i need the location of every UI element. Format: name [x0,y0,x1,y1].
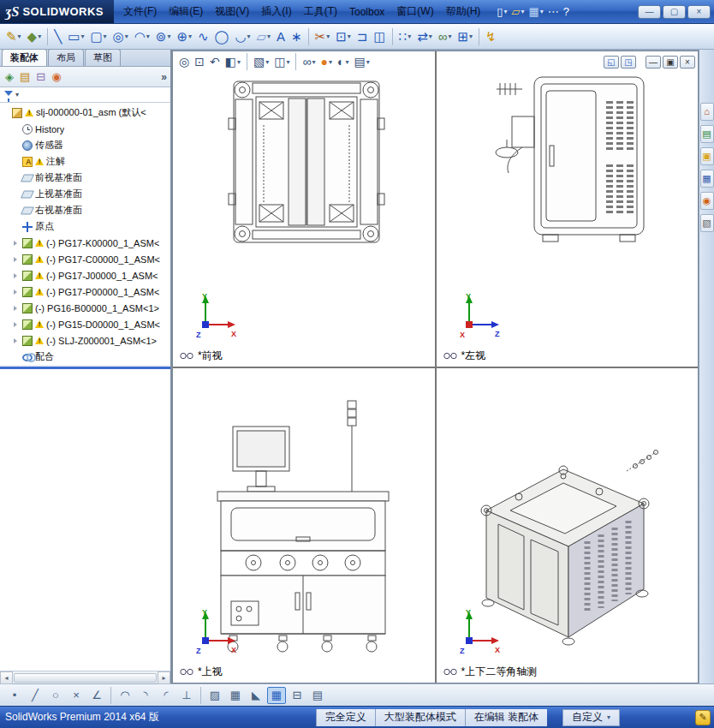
doc-restore-icon[interactable]: ▣ [663,56,678,69]
point-icon[interactable]: ∗ [289,28,305,45]
sketch-erase-icon[interactable]: × [67,687,86,704]
viewport-previous-icon[interactable]: ◱ [604,56,619,69]
linear-pattern-icon[interactable]: ∷▾ [396,28,414,45]
menu-item[interactable]: 工具(T) [298,3,343,21]
mirror-icon[interactable]: ◫ [371,28,388,45]
expand-arrow-icon[interactable] [14,322,21,327]
menu-item[interactable]: 文件(F) [117,3,163,21]
help-icon[interactable]: ? [562,5,571,18]
zoom-area-icon[interactable]: ⊡ [193,55,206,69]
expand-arrow-icon[interactable] [14,257,21,262]
spline-icon[interactable]: ∿ [195,28,211,45]
display-manager-icon[interactable]: ◉ [50,70,62,83]
sketch-circle-icon[interactable]: ○ [46,687,65,704]
menu-item[interactable]: Toolbox [343,4,390,20]
perpendicular-icon[interactable]: ⊥ [177,687,196,704]
minimize-button[interactable]: — [638,5,661,19]
tree-item[interactable]: History [0,121,170,137]
arc-tool-icon[interactable]: ◠ [116,687,134,704]
expand-arrow-icon[interactable] [14,306,21,311]
configuration-manager-icon[interactable]: ⊟ [34,70,47,83]
custom-properties-icon[interactable]: ▧ [700,214,714,232]
status-custom[interactable]: 自定义 ▾ [562,709,620,726]
rectangle-icon[interactable]: ▭▾ [65,28,86,45]
hide-show-icon[interactable]: ∞▾ [300,55,317,69]
section-view-icon[interactable]: ◧▾ [223,55,242,69]
status-cell[interactable]: 在编辑 装配体 [465,709,547,726]
table-icon[interactable]: ▤ [308,687,327,704]
tree-item[interactable]: (-) PG17-C00000_1_ASM< [0,251,170,267]
close-button[interactable]: × [687,5,711,19]
display-relations-icon[interactable]: ∞▾ [436,28,455,45]
ellipse-icon[interactable]: ◯ [212,28,232,45]
status-cell[interactable]: 大型装配体模式 [375,709,465,726]
save-icon[interactable]: ▦▾ [527,5,545,18]
tree-item[interactable]: 前视基准面 [0,170,170,186]
trim-icon[interactable]: ✂▾ [312,28,333,45]
panel-overflow-button[interactable]: » [161,71,167,83]
text-icon[interactable]: A [274,28,288,45]
offset-icon[interactable]: ⊐ [354,28,371,45]
grid-icon[interactable]: ▦ [226,687,245,704]
view-palette-icon[interactable]: ▦ [700,170,714,188]
file-explorer-icon[interactable]: ▣ [700,147,714,165]
appearances-icon[interactable]: ◉ [700,192,714,210]
spiral-icon[interactable]: ⊚▾ [153,28,174,45]
tree-item[interactable]: (-) PG15-D00000_1_ASM< [0,316,170,332]
menu-item[interactable]: 编辑(E) [163,3,209,21]
previous-view-icon[interactable]: ↶ [208,55,222,69]
viewport-four-view-icon[interactable]: ◳ [621,56,636,69]
tree-item[interactable]: 注解 [0,153,170,170]
expand-arrow-icon[interactable] [14,289,21,295]
panel-hscrollbar[interactable]: ◂ ▸ [0,671,170,683]
new-document-icon[interactable]: ▯▾ [495,5,509,18]
more-commands-icon[interactable]: ⋯ [546,5,561,18]
tree-item[interactable]: (-) PG17-P00000_1_ASM< [0,283,170,300]
arc-icon[interactable]: ◠▾ [132,28,152,45]
plane-icon[interactable]: ▱▾ [253,28,273,45]
doc-close-icon[interactable]: × [680,56,695,69]
tab-layout[interactable]: 布局 [48,49,84,66]
scroll-right-icon[interactable]: ▸ [158,671,170,684]
sketch-icon[interactable]: ✎▾ [3,28,24,45]
sketch-line-icon[interactable]: ╱ [26,687,45,704]
tree-filter[interactable]: ▾ [0,87,170,103]
maximize-button[interactable]: ▢ [663,5,686,19]
expand-arrow-icon[interactable] [14,338,21,343]
tree-item[interactable]: (-) PG16-B00000_1_ASM<1> [0,300,170,316]
status-tag-icon[interactable]: ✎ [695,710,711,725]
convert-entities-icon[interactable]: ⊡▾ [333,28,354,45]
tree-item[interactable]: 上视基准面 [0,186,170,202]
expand-arrow-icon[interactable] [14,273,21,278]
filter-caret-icon[interactable]: ▾ [15,91,19,98]
doc-minimize-icon[interactable]: — [646,56,661,69]
dimension-icon[interactable]: ◆▾ [25,28,45,45]
open-document-icon[interactable]: ▱▾ [510,5,527,18]
view-settings-icon[interactable]: ▤▾ [352,55,371,69]
expand-arrow-icon[interactable] [14,241,21,246]
zoom-fit-icon[interactable]: ◎ [177,55,191,69]
display-style-icon[interactable]: ◫▾ [272,55,291,69]
three-point-arc-icon[interactable]: ◜ [157,687,176,704]
sketch-point-icon[interactable]: • [5,687,24,704]
edit-appearance-icon[interactable]: ●▾ [318,55,333,69]
tree-item[interactable]: (-) PG17-J00000_1_ASM< [0,267,170,283]
rapid-sketch-icon[interactable]: ↯ [483,28,499,45]
resources-home-icon[interactable]: ⌂ [700,103,714,121]
scroll-thumb[interactable] [14,673,157,683]
quadrant-front-view[interactable]: YXZ *前视 [173,51,435,367]
property-manager-icon[interactable]: ▤ [18,70,32,83]
status-cell[interactable]: 完全定义 [316,709,375,726]
tree-item[interactable]: (-) SLJ-Z000001_ASM<1> [0,332,170,349]
fillet-icon[interactable]: ◡▾ [232,28,253,45]
move-entities-icon[interactable]: ⇄▾ [414,28,435,45]
quadrant-left-view[interactable]: YZX *左视 [437,51,699,367]
perimeter-circle-icon[interactable]: ⊕▾ [174,28,194,45]
hatch-icon[interactable]: ▨ [205,687,224,704]
split-horizontal-icon[interactable]: ⊟ [288,687,306,704]
quadrant-isometric-view[interactable]: YXZ *上下二等角轴测 [437,368,699,683]
design-library-icon[interactable]: ▤ [700,125,714,143]
menu-item[interactable]: 插入(I) [255,3,297,21]
menu-item[interactable]: 窗口(W) [390,3,439,21]
tree-item[interactable]: slj-000000-01_asm (默认< [0,104,170,121]
